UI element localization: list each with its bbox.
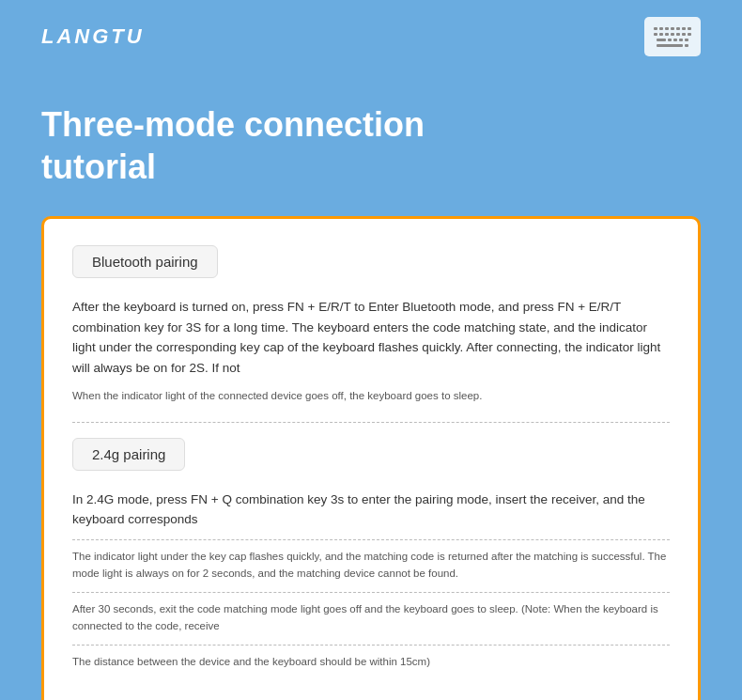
key-dot — [668, 39, 672, 41]
key-row-3 — [657, 39, 688, 41]
pairing-tab[interactable]: 2.4g pairing — [72, 438, 185, 471]
pairing-text4: The distance between the device and the … — [72, 653, 670, 670]
key-dot — [659, 27, 663, 30]
key-dot — [654, 33, 657, 36]
divider-line — [72, 422, 670, 423]
key-dot — [671, 33, 674, 36]
key-dot — [673, 39, 677, 41]
key-dot — [688, 27, 691, 30]
key-dot — [676, 27, 680, 30]
content-card: Bluetooth pairing After the keyboard is … — [41, 216, 701, 700]
key-dot — [679, 39, 683, 41]
title-line1: Three-mode connection — [41, 103, 701, 146]
section-divider — [72, 422, 670, 423]
keyboard-icon — [644, 17, 701, 56]
key-dot — [685, 44, 688, 47]
bluetooth-text1: After the keyboard is turned on, press F… — [72, 297, 670, 378]
key-dot — [659, 33, 663, 36]
key-dot — [665, 33, 669, 36]
header: LANGTU — [0, 0, 742, 56]
bluetooth-tab[interactable]: Bluetooth pairing — [72, 245, 218, 278]
pairing-text1: In 2.4G mode, press FN + Q combination k… — [72, 490, 670, 530]
key-dot — [657, 39, 666, 41]
key-dot — [671, 27, 674, 30]
divider-line3 — [72, 592, 670, 593]
page-title: Three-mode connection tutorial — [0, 56, 742, 188]
key-row-2 — [654, 33, 691, 36]
key-dot — [676, 33, 680, 36]
key-dot — [688, 33, 691, 36]
bluetooth-text2: When the indicator light of the connecte… — [72, 387, 670, 404]
key-dot — [685, 39, 688, 41]
key-dot — [682, 27, 686, 30]
key-dot — [665, 27, 669, 30]
divider-line4 — [72, 645, 670, 646]
title-line2: tutorial — [41, 146, 701, 188]
key-dot — [682, 33, 686, 36]
key-row-1 — [654, 27, 691, 30]
divider-line2 — [72, 539, 670, 540]
pairing-text2: The indicator light under the key cap fl… — [72, 548, 670, 583]
pairing-text3: After 30 seconds, exit the code matching… — [72, 600, 670, 635]
key-row-4 — [657, 44, 688, 47]
logo: LANGTU — [41, 24, 145, 49]
key-dot — [657, 44, 683, 47]
key-dot — [654, 27, 657, 30]
